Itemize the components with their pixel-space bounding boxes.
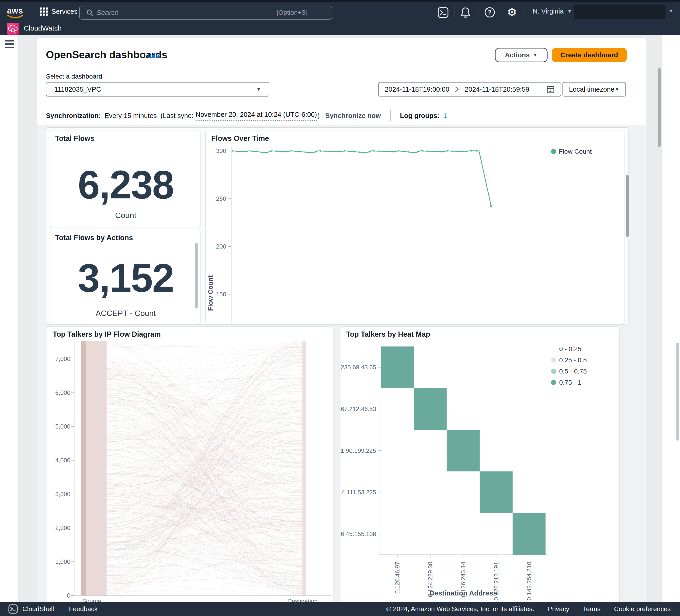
chevron-down-icon: ▼ xyxy=(533,53,538,58)
total-flows-title: Total Flows xyxy=(55,134,94,143)
account-menu-redacted[interactable] xyxy=(574,5,665,19)
date-start-value: 2024-11-18T19:00:00 xyxy=(385,86,449,93)
calendar-icon[interactable] xyxy=(547,85,555,93)
svg-text:Flow Count: Flow Count xyxy=(207,275,214,311)
aws-top-nav: aws Services Search [Option+S] xyxy=(0,2,680,21)
clipped-next-value: 3,084 xyxy=(50,319,201,324)
services-menu[interactable]: Services xyxy=(40,7,78,16)
terms-link[interactable]: Terms xyxy=(583,605,600,613)
svg-text:0.75 - 1: 0.75 - 1 xyxy=(559,379,582,386)
last-sync-value: November 20, 2024 at 10:24 (UTC-6:00) xyxy=(196,111,317,121)
log-groups-count-link[interactable]: 1 xyxy=(443,112,447,120)
svg-text:14.111.53.225: 14.111.53.225 xyxy=(340,489,376,496)
actions-button[interactable]: Actions ▼ xyxy=(495,48,547,62)
total-flows-by-actions-title: Total Flows by Actions xyxy=(55,234,133,242)
svg-text:161.90.199.225: 161.90.199.225 xyxy=(340,447,376,454)
nav-separator xyxy=(524,7,525,17)
cloudwatch-icon[interactable] xyxy=(7,23,19,35)
console-footer: CloudShell Feedback © 2024, Amazon Web S… xyxy=(0,602,680,616)
service-bar: CloudWatch xyxy=(0,21,680,35)
services-grid-icon xyxy=(40,7,48,16)
info-link[interactable]: Info xyxy=(148,53,159,60)
actions-button-label: Actions xyxy=(505,51,530,59)
sync-frequency: Every 15 minutes xyxy=(105,112,157,120)
heat-map-chart[interactable]: 235.69.43.6567.212.46.53161.90.199.22514… xyxy=(340,327,620,604)
hamburger-menu-icon[interactable] xyxy=(5,40,14,50)
help-icon[interactable]: ? xyxy=(484,7,495,18)
right-tools-rail: ? xyxy=(661,35,680,602)
privacy-link[interactable]: Privacy xyxy=(548,605,569,613)
flows-over-time-chart[interactable]: 05010015020025030019:1519:3019:4520:0020… xyxy=(206,131,625,323)
nav-divider xyxy=(32,7,32,16)
chevron-down-icon: ▼ xyxy=(567,9,572,14)
browser-top-strip xyxy=(0,0,680,2)
svg-text:?: ? xyxy=(488,9,492,16)
cookie-preferences-link[interactable]: Cookie preferences xyxy=(614,605,671,613)
breadcrumb-service[interactable]: CloudWatch xyxy=(24,24,62,32)
services-label: Services xyxy=(52,8,78,16)
cloudshell-icon[interactable] xyxy=(437,7,449,18)
svg-text:216.45.155.108: 216.45.155.108 xyxy=(340,530,376,537)
sync-separator xyxy=(390,110,391,121)
aws-logo-text: aws xyxy=(7,6,23,15)
sync-label: Synchronization: xyxy=(46,112,101,120)
svg-text:0.5 - 0.75: 0.5 - 0.75 xyxy=(559,368,587,375)
svg-text:6,000: 6,000 xyxy=(55,389,70,396)
chevron-right-icon xyxy=(454,86,460,93)
panel-scrollbar[interactable] xyxy=(195,243,198,308)
cloudshell-link[interactable]: CloudShell xyxy=(22,605,54,613)
timezone-select[interactable]: Local timezone ▼ xyxy=(563,82,626,96)
svg-text:Flow Count: Flow Count xyxy=(559,148,592,155)
create-dashboard-button[interactable]: Create dashboard xyxy=(552,48,627,62)
svg-text:250: 250 xyxy=(216,195,226,202)
cloudshell-footer-icon[interactable] xyxy=(8,604,18,614)
date-range-input[interactable]: 2024-11-18T19:00:00 2024-11-18T20:59:59 xyxy=(378,82,561,96)
svg-text:0 - 0.25: 0 - 0.25 xyxy=(559,345,582,353)
total-flows-value: 6,238 xyxy=(50,165,201,204)
ip-flow-diagram-chart[interactable]: 01,0002,0003,0004,0005,0006,0007,000Sour… xyxy=(47,327,334,604)
region-label: N. Virginia xyxy=(533,7,564,15)
aws-smile-icon xyxy=(7,14,24,20)
svg-text:0: 0 xyxy=(67,592,70,599)
synchronize-now-link[interactable]: Synchronize now xyxy=(325,112,381,120)
dashboard-select[interactable]: 11182035_VPC ▼ xyxy=(46,82,270,96)
svg-text:Destination Address: Destination Address xyxy=(429,589,497,597)
search-shortcut: [Option+S] xyxy=(277,9,308,16)
accept-count-label: ACCEPT - Count xyxy=(50,309,201,318)
region-selector[interactable]: N. Virginia ▼ xyxy=(533,7,572,15)
svg-text:7,000: 7,000 xyxy=(55,355,70,362)
svg-text:1,000: 1,000 xyxy=(55,558,70,565)
svg-text:5,000: 5,000 xyxy=(55,423,70,430)
svg-text:0.120.46.97: 0.120.46.97 xyxy=(394,562,401,594)
log-groups-label: Log groups: xyxy=(400,112,440,120)
settings-gear-icon[interactable]: ⚙ xyxy=(507,6,517,19)
svg-text:235.69.43.65: 235.69.43.65 xyxy=(341,364,376,371)
svg-text:67.212.46.53: 67.212.46.53 xyxy=(341,406,376,412)
nav-separator xyxy=(501,7,501,17)
notifications-bell-icon[interactable] xyxy=(460,6,471,18)
svg-text:2,000: 2,000 xyxy=(55,524,70,531)
select-dashboard-label: Select a dashboard xyxy=(46,73,102,80)
aws-logo[interactable]: aws xyxy=(7,6,24,20)
search-placeholder: Search xyxy=(96,9,119,17)
heat-map-panel: Top Talkers by Heat Map 235.69.43.6567.2… xyxy=(340,326,620,604)
aws-console-window: aws Services Search [Option+S] xyxy=(0,0,680,616)
account-chevron-down-icon[interactable]: ▼ xyxy=(669,8,673,13)
left-sidebar xyxy=(0,35,19,602)
svg-text:3,000: 3,000 xyxy=(55,491,70,498)
global-search-input[interactable]: Search [Option+S] xyxy=(79,6,332,20)
total-flows-metric-label: Count xyxy=(50,211,201,220)
page-scrollbar[interactable] xyxy=(658,68,661,147)
svg-text:4,000: 4,000 xyxy=(55,457,70,464)
embed-scrollbar[interactable] xyxy=(626,175,629,237)
synchronization-row: Synchronization: Every 15 minutes (Last … xyxy=(46,109,447,122)
svg-text:150: 150 xyxy=(216,291,226,298)
window-scrollbar[interactable] xyxy=(676,343,679,441)
feedback-link[interactable]: Feedback xyxy=(69,605,97,613)
timezone-value: Local timezone xyxy=(569,86,615,93)
svg-text:200: 200 xyxy=(216,243,226,250)
flows-over-time-panel: Flows Over Time 05010015020025030019:151… xyxy=(205,130,625,323)
accept-count-value: 3,152 xyxy=(50,258,201,298)
nav-separator xyxy=(478,7,478,17)
search-icon xyxy=(86,9,94,17)
